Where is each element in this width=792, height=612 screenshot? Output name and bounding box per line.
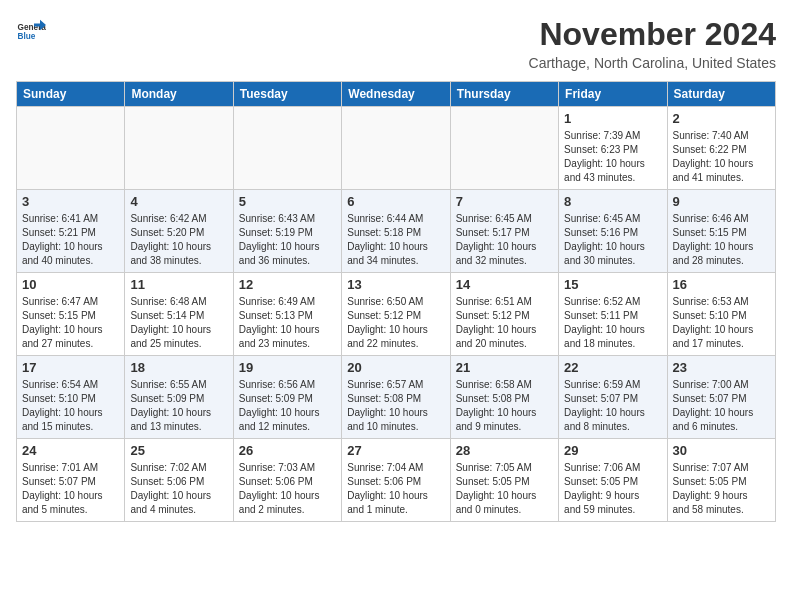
day-number: 25 — [130, 443, 227, 458]
calendar-cell: 17Sunrise: 6:54 AM Sunset: 5:10 PM Dayli… — [17, 356, 125, 439]
calendar-cell: 15Sunrise: 6:52 AM Sunset: 5:11 PM Dayli… — [559, 273, 667, 356]
day-number: 17 — [22, 360, 119, 375]
day-info: Sunrise: 7:05 AM Sunset: 5:05 PM Dayligh… — [456, 461, 553, 517]
calendar-cell: 30Sunrise: 7:07 AM Sunset: 5:05 PM Dayli… — [667, 439, 775, 522]
calendar-cell — [342, 107, 450, 190]
day-number: 13 — [347, 277, 444, 292]
day-number: 9 — [673, 194, 770, 209]
day-number: 26 — [239, 443, 336, 458]
logo: General Blue — [16, 16, 46, 46]
calendar-week-row-1: 1Sunrise: 7:39 AM Sunset: 6:23 PM Daylig… — [17, 107, 776, 190]
day-info: Sunrise: 6:43 AM Sunset: 5:19 PM Dayligh… — [239, 212, 336, 268]
day-info: Sunrise: 7:07 AM Sunset: 5:05 PM Dayligh… — [673, 461, 770, 517]
logo-icon: General Blue — [16, 16, 46, 46]
day-number: 24 — [22, 443, 119, 458]
location: Carthage, North Carolina, United States — [529, 55, 776, 71]
calendar-cell: 21Sunrise: 6:58 AM Sunset: 5:08 PM Dayli… — [450, 356, 558, 439]
day-number: 10 — [22, 277, 119, 292]
day-number: 14 — [456, 277, 553, 292]
day-info: Sunrise: 6:41 AM Sunset: 5:21 PM Dayligh… — [22, 212, 119, 268]
weekday-header-friday: Friday — [559, 82, 667, 107]
calendar-cell: 5Sunrise: 6:43 AM Sunset: 5:19 PM Daylig… — [233, 190, 341, 273]
calendar-cell: 14Sunrise: 6:51 AM Sunset: 5:12 PM Dayli… — [450, 273, 558, 356]
day-info: Sunrise: 6:45 AM Sunset: 5:16 PM Dayligh… — [564, 212, 661, 268]
day-info: Sunrise: 6:45 AM Sunset: 5:17 PM Dayligh… — [456, 212, 553, 268]
day-number: 8 — [564, 194, 661, 209]
day-number: 7 — [456, 194, 553, 209]
day-info: Sunrise: 6:49 AM Sunset: 5:13 PM Dayligh… — [239, 295, 336, 351]
calendar-cell: 13Sunrise: 6:50 AM Sunset: 5:12 PM Dayli… — [342, 273, 450, 356]
calendar-cell — [17, 107, 125, 190]
weekday-header-tuesday: Tuesday — [233, 82, 341, 107]
calendar-week-row-2: 3Sunrise: 6:41 AM Sunset: 5:21 PM Daylig… — [17, 190, 776, 273]
calendar-week-row-3: 10Sunrise: 6:47 AM Sunset: 5:15 PM Dayli… — [17, 273, 776, 356]
day-number: 27 — [347, 443, 444, 458]
title-area: November 2024 Carthage, North Carolina, … — [529, 16, 776, 71]
calendar-cell: 23Sunrise: 7:00 AM Sunset: 5:07 PM Dayli… — [667, 356, 775, 439]
calendar-cell — [125, 107, 233, 190]
weekday-header-saturday: Saturday — [667, 82, 775, 107]
day-number: 15 — [564, 277, 661, 292]
day-info: Sunrise: 6:42 AM Sunset: 5:20 PM Dayligh… — [130, 212, 227, 268]
calendar-cell — [233, 107, 341, 190]
day-number: 30 — [673, 443, 770, 458]
calendar-cell: 12Sunrise: 6:49 AM Sunset: 5:13 PM Dayli… — [233, 273, 341, 356]
calendar-cell: 20Sunrise: 6:57 AM Sunset: 5:08 PM Dayli… — [342, 356, 450, 439]
day-info: Sunrise: 6:44 AM Sunset: 5:18 PM Dayligh… — [347, 212, 444, 268]
weekday-header-wednesday: Wednesday — [342, 82, 450, 107]
calendar-cell: 19Sunrise: 6:56 AM Sunset: 5:09 PM Dayli… — [233, 356, 341, 439]
calendar-table: SundayMondayTuesdayWednesdayThursdayFrid… — [16, 81, 776, 522]
day-info: Sunrise: 6:56 AM Sunset: 5:09 PM Dayligh… — [239, 378, 336, 434]
day-number: 16 — [673, 277, 770, 292]
weekday-header-row: SundayMondayTuesdayWednesdayThursdayFrid… — [17, 82, 776, 107]
calendar-cell: 3Sunrise: 6:41 AM Sunset: 5:21 PM Daylig… — [17, 190, 125, 273]
day-number: 12 — [239, 277, 336, 292]
day-info: Sunrise: 6:55 AM Sunset: 5:09 PM Dayligh… — [130, 378, 227, 434]
calendar-cell — [450, 107, 558, 190]
calendar-cell: 4Sunrise: 6:42 AM Sunset: 5:20 PM Daylig… — [125, 190, 233, 273]
calendar-cell: 11Sunrise: 6:48 AM Sunset: 5:14 PM Dayli… — [125, 273, 233, 356]
day-info: Sunrise: 7:03 AM Sunset: 5:06 PM Dayligh… — [239, 461, 336, 517]
day-number: 23 — [673, 360, 770, 375]
calendar-cell: 6Sunrise: 6:44 AM Sunset: 5:18 PM Daylig… — [342, 190, 450, 273]
calendar-cell: 10Sunrise: 6:47 AM Sunset: 5:15 PM Dayli… — [17, 273, 125, 356]
calendar-cell: 26Sunrise: 7:03 AM Sunset: 5:06 PM Dayli… — [233, 439, 341, 522]
day-number: 5 — [239, 194, 336, 209]
day-number: 4 — [130, 194, 227, 209]
calendar-cell: 16Sunrise: 6:53 AM Sunset: 5:10 PM Dayli… — [667, 273, 775, 356]
day-info: Sunrise: 7:39 AM Sunset: 6:23 PM Dayligh… — [564, 129, 661, 185]
calendar-cell: 9Sunrise: 6:46 AM Sunset: 5:15 PM Daylig… — [667, 190, 775, 273]
day-number: 22 — [564, 360, 661, 375]
day-info: Sunrise: 6:46 AM Sunset: 5:15 PM Dayligh… — [673, 212, 770, 268]
svg-text:Blue: Blue — [18, 32, 36, 41]
day-number: 11 — [130, 277, 227, 292]
weekday-header-monday: Monday — [125, 82, 233, 107]
calendar-cell: 28Sunrise: 7:05 AM Sunset: 5:05 PM Dayli… — [450, 439, 558, 522]
calendar-cell: 29Sunrise: 7:06 AM Sunset: 5:05 PM Dayli… — [559, 439, 667, 522]
day-info: Sunrise: 7:00 AM Sunset: 5:07 PM Dayligh… — [673, 378, 770, 434]
day-number: 3 — [22, 194, 119, 209]
day-number: 29 — [564, 443, 661, 458]
page-header: General Blue November 2024 Carthage, Nor… — [16, 16, 776, 71]
day-info: Sunrise: 6:57 AM Sunset: 5:08 PM Dayligh… — [347, 378, 444, 434]
calendar-cell: 22Sunrise: 6:59 AM Sunset: 5:07 PM Dayli… — [559, 356, 667, 439]
calendar-cell: 2Sunrise: 7:40 AM Sunset: 6:22 PM Daylig… — [667, 107, 775, 190]
day-info: Sunrise: 6:51 AM Sunset: 5:12 PM Dayligh… — [456, 295, 553, 351]
calendar-cell: 7Sunrise: 6:45 AM Sunset: 5:17 PM Daylig… — [450, 190, 558, 273]
day-info: Sunrise: 7:06 AM Sunset: 5:05 PM Dayligh… — [564, 461, 661, 517]
day-info: Sunrise: 6:54 AM Sunset: 5:10 PM Dayligh… — [22, 378, 119, 434]
weekday-header-thursday: Thursday — [450, 82, 558, 107]
day-info: Sunrise: 6:59 AM Sunset: 5:07 PM Dayligh… — [564, 378, 661, 434]
calendar-week-row-4: 17Sunrise: 6:54 AM Sunset: 5:10 PM Dayli… — [17, 356, 776, 439]
day-number: 1 — [564, 111, 661, 126]
day-info: Sunrise: 6:53 AM Sunset: 5:10 PM Dayligh… — [673, 295, 770, 351]
day-info: Sunrise: 6:52 AM Sunset: 5:11 PM Dayligh… — [564, 295, 661, 351]
day-info: Sunrise: 6:48 AM Sunset: 5:14 PM Dayligh… — [130, 295, 227, 351]
day-number: 21 — [456, 360, 553, 375]
day-number: 2 — [673, 111, 770, 126]
day-info: Sunrise: 6:58 AM Sunset: 5:08 PM Dayligh… — [456, 378, 553, 434]
day-info: Sunrise: 7:40 AM Sunset: 6:22 PM Dayligh… — [673, 129, 770, 185]
calendar-cell: 18Sunrise: 6:55 AM Sunset: 5:09 PM Dayli… — [125, 356, 233, 439]
weekday-header-sunday: Sunday — [17, 82, 125, 107]
day-number: 6 — [347, 194, 444, 209]
